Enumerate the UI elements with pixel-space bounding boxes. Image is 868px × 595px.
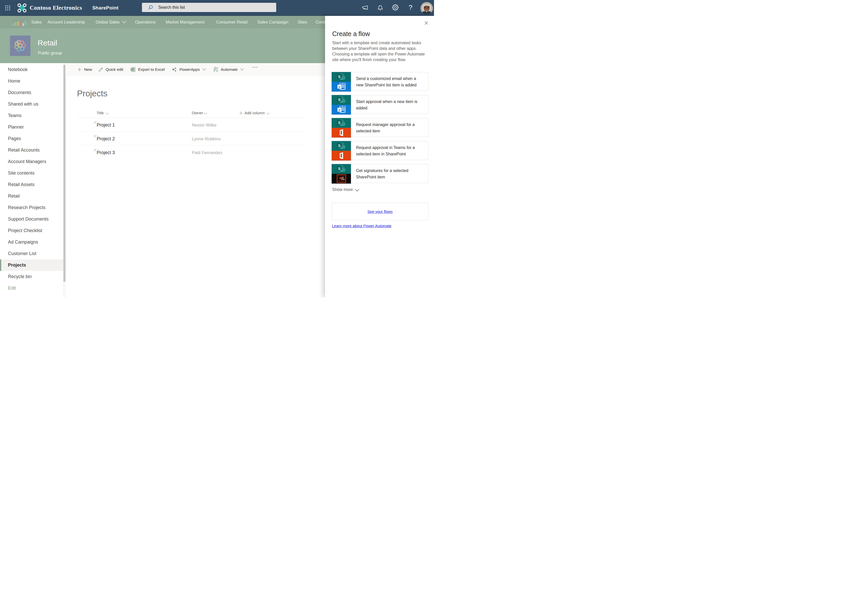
- svg-text:o: o: [338, 85, 340, 89]
- svg-text:S: S: [338, 166, 340, 171]
- svg-text:o: o: [338, 108, 340, 112]
- svg-text:X: X: [131, 68, 133, 71]
- svg-text:S: S: [338, 144, 340, 148]
- svg-text:S: S: [338, 75, 340, 79]
- svg-text:S: S: [338, 98, 340, 102]
- svg-text:S: S: [338, 121, 340, 125]
